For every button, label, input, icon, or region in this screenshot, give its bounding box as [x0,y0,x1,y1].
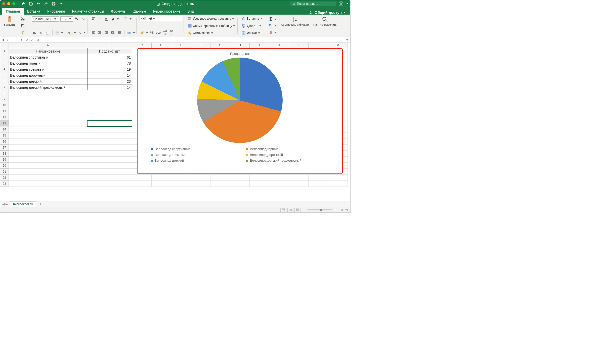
row-header[interactable]: 3 [0,60,9,66]
close-window-icon[interactable] [2,2,5,5]
cell[interactable] [9,151,87,157]
row-header[interactable]: 19 [0,157,9,163]
account-dropdown-icon[interactable] [346,3,348,4]
cell[interactable] [9,126,87,132]
cell[interactable]: 14 [87,84,132,90]
cut-icon[interactable] [20,16,26,22]
cell[interactable]: Велосипед трековый [9,66,87,72]
col-header-B[interactable]: B [87,43,132,48]
home-icon[interactable] [21,2,25,6]
percent-icon[interactable]: % [149,30,155,35]
cell[interactable] [87,139,132,145]
cancel-formula-icon[interactable]: ✕ [26,38,29,42]
cell[interactable]: Велосипед детский [9,78,87,84]
row-header[interactable]: 6 [0,78,9,84]
row-header[interactable]: 13 [0,120,9,126]
customize-qat-icon[interactable]: ▾ [59,2,63,6]
fill-color-icon[interactable] [67,30,73,35]
cell[interactable] [250,181,269,187]
redo-icon[interactable] [44,2,48,6]
cell[interactable] [191,181,210,187]
formula-input[interactable] [40,38,344,42]
expand-formula-bar-icon[interactable]: ▼ [344,38,350,42]
col-header-A[interactable]: A [9,43,87,48]
undo-icon[interactable] [36,2,40,6]
cell[interactable] [87,114,132,120]
cell[interactable]: Наименование [9,48,87,54]
cell[interactable]: Велосипед детский трехколесный [9,84,87,90]
copy-icon[interactable] [20,23,26,29]
cell[interactable] [87,126,132,132]
row-header[interactable]: 12 [0,114,9,120]
row-header[interactable]: 21 [0,169,9,175]
next-sheet-icon[interactable]: ▶ [6,202,8,206]
row-header[interactable]: 10 [0,102,9,108]
page-layout-view-icon[interactable] [287,208,293,212]
number-format-select[interactable]: Общий [140,16,182,21]
insert-cells-button[interactable]: Вставить [241,16,264,21]
add-sheet-button[interactable]: + [38,202,43,207]
align-bottom-icon[interactable] [104,16,109,22]
decrease-font-icon[interactable]: A▾ [80,16,86,22]
cell[interactable] [9,169,87,175]
worksheet-grid[interactable]: A B C D E F G H I J K L M 1НаименованиеП… [0,43,350,201]
cell[interactable] [87,102,132,108]
cell[interactable] [309,175,328,181]
cell[interactable]: 14 [87,72,132,78]
align-left-icon[interactable] [91,30,96,35]
fill-color-dropdown[interactable] [74,32,76,33]
fill-icon[interactable] [268,23,274,29]
cell[interactable] [269,175,289,181]
col-header-H[interactable]: H [230,43,250,48]
row-header[interactable]: 15 [0,132,9,139]
col-header-F[interactable]: F [191,43,210,48]
cell[interactable] [87,163,132,169]
cell[interactable] [171,181,191,187]
minimize-window-icon[interactable] [7,2,10,5]
tab-page-layout[interactable]: Разметка страницы [69,8,108,15]
row-header[interactable]: 8 [0,90,9,96]
cell[interactable] [9,139,87,145]
cell[interactable] [328,181,348,187]
italic-button[interactable]: К [38,30,44,35]
cell[interactable] [87,157,132,163]
cell[interactable] [210,175,230,181]
borders-icon[interactable] [55,30,60,35]
cell[interactable] [9,90,87,96]
font-size-select[interactable]: 16 [60,16,73,22]
prev-sheet-icon[interactable]: ◀ [2,202,5,206]
row-header[interactable]: 9 [0,96,9,102]
name-box[interactable]: B13 ▲▼ [0,38,24,42]
col-header-J[interactable]: J [269,43,289,48]
wrap-text-icon[interactable] [123,16,128,22]
cell[interactable]: Велосипед дорожный [9,72,87,78]
cell[interactable] [9,175,87,181]
cell[interactable]: 78 [87,60,132,66]
format-as-table-button[interactable]: Форматировать как таблицу [187,23,236,28]
row-header[interactable]: 22 [0,175,9,181]
cell[interactable] [309,181,328,187]
autosum-icon[interactable]: Σ [268,17,274,22]
cell[interactable] [132,175,152,181]
merge-center-icon[interactable] [126,30,132,35]
cell[interactable] [87,181,132,187]
decrease-decimal-icon[interactable]: .00→0 [169,30,174,35]
borders-dropdown[interactable] [61,32,63,33]
comma-style-icon[interactable]: 000 [156,30,161,35]
cell[interactable] [87,175,132,181]
delete-cells-button[interactable]: Удалить [241,23,264,28]
cell[interactable] [230,181,250,187]
font-name-select[interactable]: Calibri (Осн... [32,16,59,22]
confirm-formula-icon[interactable]: ✓ [31,38,33,42]
align-right-icon[interactable] [104,30,109,35]
col-header-E[interactable]: E [171,43,191,48]
col-header-L[interactable]: L [309,43,328,48]
increase-indent-icon[interactable] [117,30,122,35]
conditional-formatting-button[interactable]: Условное форматирование [187,16,236,21]
row-header[interactable]: 7 [0,84,9,90]
cell[interactable]: 23 [87,78,132,84]
cell[interactable] [9,157,87,163]
cell[interactable] [87,90,132,96]
select-all-corner[interactable] [0,43,9,48]
cell[interactable] [87,108,132,114]
